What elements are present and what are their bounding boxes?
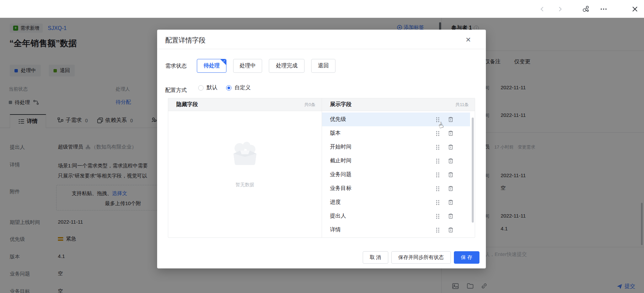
delete-field-icon[interactable] bbox=[448, 227, 453, 234]
empty-box-illustration bbox=[228, 140, 262, 168]
delete-field-icon[interactable] bbox=[448, 172, 453, 179]
window-topbar bbox=[0, 0, 644, 18]
delete-field-icon[interactable] bbox=[448, 130, 453, 137]
panel-scrollbar-thumb[interactable] bbox=[472, 118, 474, 223]
modal-close-icon[interactable]: ✕ bbox=[465, 36, 471, 44]
radio-circle-selected bbox=[226, 85, 231, 91]
screen: + 需求新增 SJXQ-1 “全年销售额”数据 处理中 退回 当前状态 待处理 … bbox=[0, 0, 644, 293]
drag-handle-icon[interactable] bbox=[436, 227, 440, 233]
display-panel-title: 展示字段 bbox=[330, 101, 352, 108]
back-chevron-icon[interactable] bbox=[538, 5, 546, 13]
hidden-panel-count: 共0条 bbox=[304, 102, 315, 108]
radio-default[interactable]: 默认 bbox=[198, 84, 217, 91]
check-icon: ✓ bbox=[223, 59, 226, 63]
save-button[interactable]: 保 存 bbox=[454, 251, 479, 264]
cancel-button[interactable]: 取 消 bbox=[363, 251, 388, 264]
delete-field-icon[interactable] bbox=[448, 186, 453, 193]
share-nodes-icon[interactable] bbox=[581, 5, 590, 13]
field-row-biz-goal[interactable]: 业务目标 bbox=[322, 182, 475, 195]
drag-handle-icon[interactable] bbox=[436, 214, 440, 219]
field-row-start-time[interactable]: 开始时间 bbox=[322, 140, 475, 154]
modal-header-divider bbox=[157, 49, 486, 49]
hidden-panel-title: 隐藏字段 bbox=[176, 101, 198, 108]
drag-handle-icon[interactable] bbox=[436, 131, 440, 136]
save-sync-all-button[interactable]: 保存并同步所有状态 bbox=[391, 251, 451, 264]
forward-chevron-icon[interactable] bbox=[556, 5, 565, 13]
modal-footer: 取 消 保存并同步所有状态 保 存 bbox=[363, 251, 479, 264]
field-row-end-time[interactable]: 截止时间 bbox=[322, 154, 475, 168]
status-option-returned[interactable]: 退回 bbox=[311, 59, 335, 73]
field-row-version[interactable]: 版本 bbox=[322, 126, 475, 140]
status-option-done[interactable]: 处理完成 bbox=[269, 59, 305, 73]
field-row-detail[interactable]: 详情 bbox=[322, 223, 475, 237]
field-transfer-panels: 隐藏字段 共0条 暂无数据 展示字段 bbox=[168, 98, 475, 238]
window-close-icon[interactable] bbox=[631, 5, 639, 13]
drag-handle-icon[interactable] bbox=[436, 200, 440, 205]
radio-custom[interactable]: 自定义 bbox=[226, 84, 251, 91]
delete-field-icon[interactable] bbox=[448, 158, 453, 165]
mode-radio-group: 默认 自定义 bbox=[198, 84, 251, 91]
display-panel-count: 共11条 bbox=[456, 102, 469, 108]
empty-state: 暂无数据 bbox=[168, 111, 322, 238]
drag-handle-icon[interactable] bbox=[436, 186, 440, 192]
delete-field-icon[interactable] bbox=[448, 144, 453, 151]
display-panel-header: 展示字段 共11条 bbox=[322, 98, 475, 111]
drag-handle-icon[interactable] bbox=[436, 172, 440, 178]
empty-state-text: 暂无数据 bbox=[236, 182, 254, 188]
hidden-fields-panel: 隐藏字段 共0条 暂无数据 bbox=[168, 98, 322, 237]
delete-field-icon[interactable] bbox=[448, 213, 453, 220]
more-ellipsis-icon[interactable] bbox=[599, 5, 608, 13]
delete-field-icon[interactable] bbox=[448, 117, 453, 124]
delete-field-icon[interactable] bbox=[448, 199, 453, 206]
configure-fields-modal: 配置详情字段 ✕ 需求状态 待处理 ✓ 处理中 处理完成 退回 配置方式 默认 bbox=[157, 30, 486, 268]
mode-row-label: 配置方式 bbox=[165, 87, 187, 94]
radio-circle bbox=[198, 85, 204, 91]
field-row-progress[interactable]: 进度 bbox=[322, 195, 475, 209]
display-field-list: 优先级 版本 开始时间 截止时间 bbox=[322, 112, 475, 237]
drag-handle-icon[interactable] bbox=[436, 144, 440, 150]
display-fields-panel: 展示字段 共11条 优先级 版本 开始时间 bbox=[322, 98, 475, 237]
field-row-submitter[interactable]: 提出人 bbox=[322, 209, 475, 223]
status-option-processing[interactable]: 处理中 bbox=[233, 59, 262, 73]
hidden-panel-header: 隐藏字段 共0条 bbox=[168, 98, 322, 111]
status-option-pending[interactable]: 待处理 ✓ bbox=[197, 59, 226, 73]
field-row-priority[interactable]: 优先级 bbox=[322, 112, 470, 126]
drag-handle-icon[interactable] bbox=[436, 158, 440, 164]
status-row-label: 需求状态 bbox=[165, 63, 187, 70]
field-row-biz-problem[interactable]: 业务问题 bbox=[322, 168, 475, 182]
modal-title: 配置详情字段 bbox=[165, 36, 206, 45]
